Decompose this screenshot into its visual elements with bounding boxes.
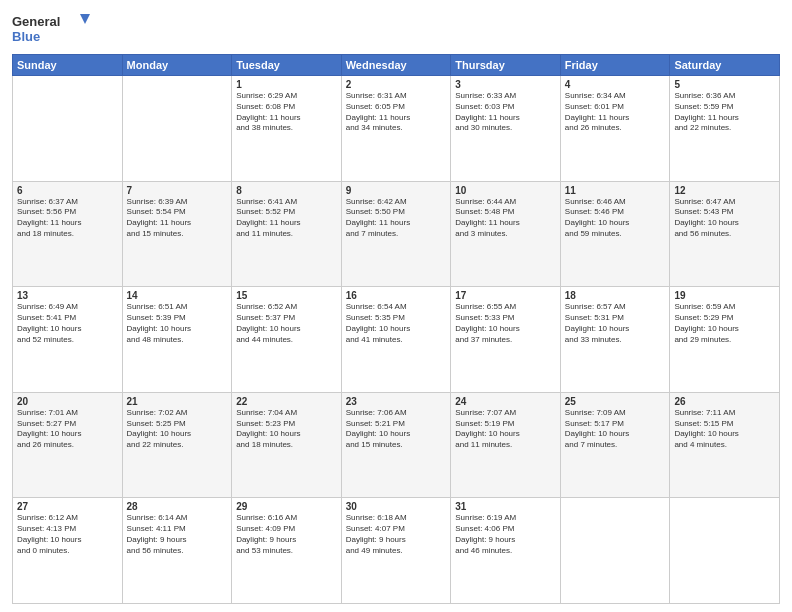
- weekday-friday: Friday: [560, 55, 670, 76]
- calendar-cell: 12Sunrise: 6:47 AM Sunset: 5:43 PM Dayli…: [670, 181, 780, 287]
- cell-content: Sunrise: 6:29 AM Sunset: 6:08 PM Dayligh…: [236, 91, 337, 134]
- weekday-thursday: Thursday: [451, 55, 561, 76]
- cell-content: Sunrise: 6:44 AM Sunset: 5:48 PM Dayligh…: [455, 197, 556, 240]
- cell-content: Sunrise: 6:52 AM Sunset: 5:37 PM Dayligh…: [236, 302, 337, 345]
- cell-content: Sunrise: 6:46 AM Sunset: 5:46 PM Dayligh…: [565, 197, 666, 240]
- calendar-cell: 15Sunrise: 6:52 AM Sunset: 5:37 PM Dayli…: [232, 287, 342, 393]
- calendar-cell: [560, 498, 670, 604]
- weekday-saturday: Saturday: [670, 55, 780, 76]
- cell-content: Sunrise: 6:47 AM Sunset: 5:43 PM Dayligh…: [674, 197, 775, 240]
- svg-marker-2: [80, 14, 90, 24]
- weekday-wednesday: Wednesday: [341, 55, 451, 76]
- day-number: 26: [674, 396, 775, 407]
- day-number: 17: [455, 290, 556, 301]
- calendar-cell: 30Sunrise: 6:18 AM Sunset: 4:07 PM Dayli…: [341, 498, 451, 604]
- day-number: 30: [346, 501, 447, 512]
- cell-content: Sunrise: 6:51 AM Sunset: 5:39 PM Dayligh…: [127, 302, 228, 345]
- weekday-header-row: SundayMondayTuesdayWednesdayThursdayFrid…: [13, 55, 780, 76]
- weekday-tuesday: Tuesday: [232, 55, 342, 76]
- calendar-cell: 2Sunrise: 6:31 AM Sunset: 6:05 PM Daylig…: [341, 76, 451, 182]
- svg-text:Blue: Blue: [12, 29, 40, 44]
- cell-content: Sunrise: 7:04 AM Sunset: 5:23 PM Dayligh…: [236, 408, 337, 451]
- day-number: 21: [127, 396, 228, 407]
- day-number: 29: [236, 501, 337, 512]
- calendar-cell: [122, 76, 232, 182]
- cell-content: Sunrise: 6:49 AM Sunset: 5:41 PM Dayligh…: [17, 302, 118, 345]
- calendar-cell: [670, 498, 780, 604]
- cell-content: Sunrise: 6:57 AM Sunset: 5:31 PM Dayligh…: [565, 302, 666, 345]
- cell-content: Sunrise: 6:41 AM Sunset: 5:52 PM Dayligh…: [236, 197, 337, 240]
- calendar-cell: 20Sunrise: 7:01 AM Sunset: 5:27 PM Dayli…: [13, 392, 123, 498]
- cell-content: Sunrise: 6:37 AM Sunset: 5:56 PM Dayligh…: [17, 197, 118, 240]
- cell-content: Sunrise: 7:09 AM Sunset: 5:17 PM Dayligh…: [565, 408, 666, 451]
- calendar-cell: 25Sunrise: 7:09 AM Sunset: 5:17 PM Dayli…: [560, 392, 670, 498]
- calendar-cell: 24Sunrise: 7:07 AM Sunset: 5:19 PM Dayli…: [451, 392, 561, 498]
- day-number: 27: [17, 501, 118, 512]
- cell-content: Sunrise: 6:18 AM Sunset: 4:07 PM Dayligh…: [346, 513, 447, 556]
- day-number: 4: [565, 79, 666, 90]
- day-number: 31: [455, 501, 556, 512]
- day-number: 7: [127, 185, 228, 196]
- day-number: 10: [455, 185, 556, 196]
- calendar-cell: 8Sunrise: 6:41 AM Sunset: 5:52 PM Daylig…: [232, 181, 342, 287]
- calendar-cell: 11Sunrise: 6:46 AM Sunset: 5:46 PM Dayli…: [560, 181, 670, 287]
- calendar-cell: 3Sunrise: 6:33 AM Sunset: 6:03 PM Daylig…: [451, 76, 561, 182]
- calendar-cell: 14Sunrise: 6:51 AM Sunset: 5:39 PM Dayli…: [122, 287, 232, 393]
- day-number: 11: [565, 185, 666, 196]
- day-number: 28: [127, 501, 228, 512]
- day-number: 24: [455, 396, 556, 407]
- day-number: 23: [346, 396, 447, 407]
- day-number: 1: [236, 79, 337, 90]
- cell-content: Sunrise: 6:34 AM Sunset: 6:01 PM Dayligh…: [565, 91, 666, 134]
- cell-content: Sunrise: 6:31 AM Sunset: 6:05 PM Dayligh…: [346, 91, 447, 134]
- calendar-cell: 23Sunrise: 7:06 AM Sunset: 5:21 PM Dayli…: [341, 392, 451, 498]
- calendar-cell: 1Sunrise: 6:29 AM Sunset: 6:08 PM Daylig…: [232, 76, 342, 182]
- cell-content: Sunrise: 7:07 AM Sunset: 5:19 PM Dayligh…: [455, 408, 556, 451]
- day-number: 2: [346, 79, 447, 90]
- weekday-monday: Monday: [122, 55, 232, 76]
- day-number: 20: [17, 396, 118, 407]
- cell-content: Sunrise: 7:06 AM Sunset: 5:21 PM Dayligh…: [346, 408, 447, 451]
- calendar-cell: 22Sunrise: 7:04 AM Sunset: 5:23 PM Dayli…: [232, 392, 342, 498]
- calendar-cell: 27Sunrise: 6:12 AM Sunset: 4:13 PM Dayli…: [13, 498, 123, 604]
- header: General Blue: [12, 10, 780, 48]
- day-number: 8: [236, 185, 337, 196]
- calendar-cell: 29Sunrise: 6:16 AM Sunset: 4:09 PM Dayli…: [232, 498, 342, 604]
- day-number: 9: [346, 185, 447, 196]
- cell-content: Sunrise: 6:59 AM Sunset: 5:29 PM Dayligh…: [674, 302, 775, 345]
- cell-content: Sunrise: 6:33 AM Sunset: 6:03 PM Dayligh…: [455, 91, 556, 134]
- cell-content: Sunrise: 6:54 AM Sunset: 5:35 PM Dayligh…: [346, 302, 447, 345]
- day-number: 22: [236, 396, 337, 407]
- week-row-1: 1Sunrise: 6:29 AM Sunset: 6:08 PM Daylig…: [13, 76, 780, 182]
- cell-content: Sunrise: 7:02 AM Sunset: 5:25 PM Dayligh…: [127, 408, 228, 451]
- day-number: 14: [127, 290, 228, 301]
- calendar-cell: 28Sunrise: 6:14 AM Sunset: 4:11 PM Dayli…: [122, 498, 232, 604]
- day-number: 16: [346, 290, 447, 301]
- calendar-table: SundayMondayTuesdayWednesdayThursdayFrid…: [12, 54, 780, 604]
- calendar-cell: 17Sunrise: 6:55 AM Sunset: 5:33 PM Dayli…: [451, 287, 561, 393]
- week-row-4: 20Sunrise: 7:01 AM Sunset: 5:27 PM Dayli…: [13, 392, 780, 498]
- day-number: 18: [565, 290, 666, 301]
- day-number: 19: [674, 290, 775, 301]
- cell-content: Sunrise: 6:55 AM Sunset: 5:33 PM Dayligh…: [455, 302, 556, 345]
- calendar-cell: 31Sunrise: 6:19 AM Sunset: 4:06 PM Dayli…: [451, 498, 561, 604]
- day-number: 13: [17, 290, 118, 301]
- calendar-cell: 6Sunrise: 6:37 AM Sunset: 5:56 PM Daylig…: [13, 181, 123, 287]
- calendar-cell: 21Sunrise: 7:02 AM Sunset: 5:25 PM Dayli…: [122, 392, 232, 498]
- day-number: 25: [565, 396, 666, 407]
- week-row-3: 13Sunrise: 6:49 AM Sunset: 5:41 PM Dayli…: [13, 287, 780, 393]
- cell-content: Sunrise: 6:42 AM Sunset: 5:50 PM Dayligh…: [346, 197, 447, 240]
- cell-content: Sunrise: 6:19 AM Sunset: 4:06 PM Dayligh…: [455, 513, 556, 556]
- calendar-cell: 26Sunrise: 7:11 AM Sunset: 5:15 PM Dayli…: [670, 392, 780, 498]
- weekday-sunday: Sunday: [13, 55, 123, 76]
- cell-content: Sunrise: 7:01 AM Sunset: 5:27 PM Dayligh…: [17, 408, 118, 451]
- calendar-cell: 18Sunrise: 6:57 AM Sunset: 5:31 PM Dayli…: [560, 287, 670, 393]
- week-row-5: 27Sunrise: 6:12 AM Sunset: 4:13 PM Dayli…: [13, 498, 780, 604]
- day-number: 5: [674, 79, 775, 90]
- day-number: 6: [17, 185, 118, 196]
- day-number: 3: [455, 79, 556, 90]
- week-row-2: 6Sunrise: 6:37 AM Sunset: 5:56 PM Daylig…: [13, 181, 780, 287]
- calendar-cell: 13Sunrise: 6:49 AM Sunset: 5:41 PM Dayli…: [13, 287, 123, 393]
- page: General Blue SundayMondayTuesdayWednesda…: [0, 0, 792, 612]
- cell-content: Sunrise: 6:36 AM Sunset: 5:59 PM Dayligh…: [674, 91, 775, 134]
